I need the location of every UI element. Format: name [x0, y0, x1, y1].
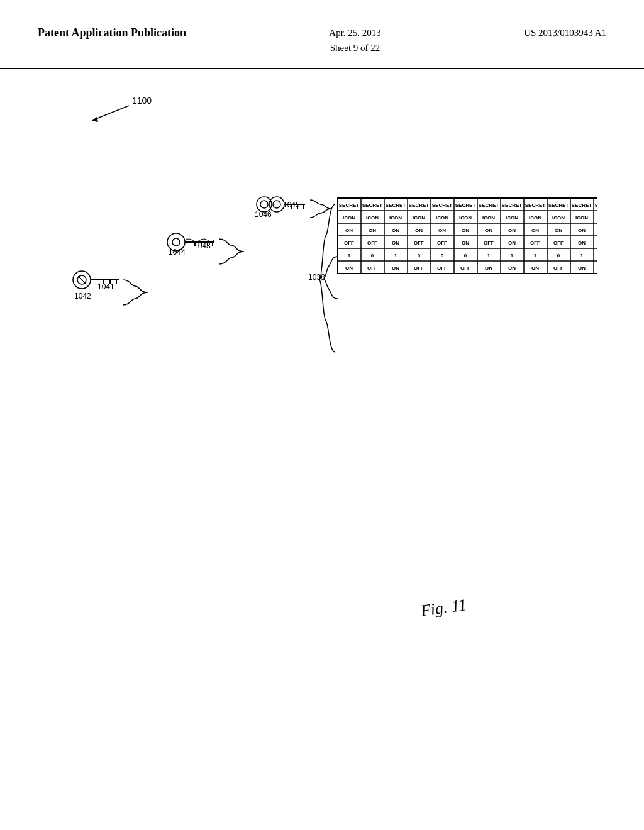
svg-text:OFF: OFF — [484, 240, 494, 246]
ref-1046-label: 1046 — [255, 210, 272, 219]
svg-text:ON: ON — [485, 265, 492, 271]
svg-text:OFF: OFF — [344, 240, 354, 246]
svg-text:ON: ON — [578, 240, 586, 246]
svg-text:OFF: OFF — [437, 240, 447, 246]
svg-text:ON: ON — [555, 228, 562, 233]
brace-1043 — [219, 239, 244, 264]
svg-text:SECRET: SECRET — [455, 202, 476, 208]
svg-text:ON: ON — [415, 228, 423, 233]
svg-text:ON: ON — [578, 265, 586, 271]
svg-text:ICON: ICON — [343, 215, 355, 221]
svg-rect-159 — [594, 211, 597, 223]
svg-text:ON: ON — [531, 228, 539, 233]
svg-text:0: 0 — [418, 253, 421, 258]
page-header: Patent Application Publication Apr. 25, … — [0, 0, 644, 69]
svg-text:OFF: OFF — [367, 240, 377, 246]
svg-text:ON: ON — [345, 265, 353, 271]
svg-text:ON: ON — [392, 240, 399, 246]
svg-rect-167 — [594, 261, 597, 274]
svg-text:1: 1 — [348, 253, 351, 258]
svg-point-10 — [172, 238, 180, 246]
svg-text:SECRET: SECRET — [572, 202, 592, 208]
brace-1041 — [123, 280, 148, 305]
svg-text:ON: ON — [392, 228, 399, 233]
svg-text:ON: ON — [438, 228, 446, 233]
ref-1041-label: 1041 — [97, 282, 114, 291]
svg-text:0: 0 — [441, 253, 444, 258]
publication-title: Patent Application Publication — [38, 25, 186, 41]
svg-line-0 — [94, 106, 129, 119]
svg-text:SECRET: SECRET — [409, 202, 430, 208]
svg-text:ON: ON — [508, 240, 516, 246]
svg-text:SECRET: SECRET — [502, 202, 523, 208]
svg-text:ICON: ICON — [366, 215, 379, 221]
ref-1044-label: 1044 — [169, 248, 186, 257]
svg-rect-161 — [594, 223, 597, 236]
svg-text:ON: ON — [508, 265, 516, 271]
svg-text:ICON: ICON — [413, 215, 425, 221]
svg-marker-1 — [92, 117, 98, 122]
svg-text:ICON: ICON — [552, 215, 565, 221]
svg-text:ICON: ICON — [389, 215, 402, 221]
brace-1038 — [324, 257, 338, 299]
svg-text:SECRET: SECRET — [362, 202, 383, 208]
svg-text:1: 1 — [487, 253, 491, 258]
svg-text:OFF: OFF — [414, 265, 424, 271]
svg-text:ON: ON — [392, 265, 399, 271]
svg-text:OFF: OFF — [530, 240, 540, 246]
svg-text:ON: ON — [531, 265, 539, 271]
svg-text:ON: ON — [345, 228, 353, 233]
svg-text:OFF: OFF — [553, 265, 564, 271]
svg-rect-163 — [594, 236, 597, 248]
svg-text:0: 0 — [371, 253, 374, 258]
svg-text:1: 1 — [534, 253, 537, 258]
svg-text:ON: ON — [462, 240, 469, 246]
svg-text:OFF: OFF — [367, 265, 377, 271]
patent-number: US 2013/0103943 A1 — [524, 25, 606, 40]
svg-text:OFF: OFF — [437, 265, 447, 271]
svg-text:SECRET: SECRET — [548, 202, 569, 208]
svg-text:SECRET: SECRET — [432, 202, 453, 208]
svg-text:0: 0 — [557, 253, 560, 258]
svg-text:1: 1 — [394, 253, 397, 258]
svg-text:OFF: OFF — [460, 265, 470, 271]
svg-text:ON: ON — [578, 228, 586, 233]
ref-1100-label: 1100 — [132, 96, 152, 106]
svg-text:ON: ON — [508, 228, 516, 233]
svg-text:0: 0 — [464, 253, 467, 258]
ref-1045-label: 1045 — [283, 201, 300, 209]
ref-1043-label: 1043 — [194, 241, 211, 250]
svg-text:ON: ON — [462, 228, 469, 233]
svg-text:ICON: ICON — [459, 215, 472, 221]
svg-rect-165 — [594, 248, 597, 261]
ref-1038-label: 1038 — [308, 273, 325, 282]
fig-11-label: Fig. 11 — [419, 595, 468, 620]
svg-point-19 — [273, 201, 280, 208]
svg-text:ICON: ICON — [575, 215, 588, 221]
svg-text:ICON: ICON — [436, 215, 448, 221]
svg-text:ON: ON — [369, 228, 376, 233]
svg-point-17 — [260, 201, 268, 208]
table-grid: SECRET ICON ON OFF 1 ON SECRET ICON ON O… — [338, 198, 597, 274]
svg-text:ICON: ICON — [529, 215, 541, 221]
svg-text:SECRET: SECRET — [386, 202, 406, 208]
svg-text:ON: ON — [485, 228, 492, 233]
svg-text:SECRET: SECRET — [595, 202, 597, 208]
svg-text:SECRET: SECRET — [479, 202, 499, 208]
ref-1042-label: 1042 — [74, 292, 91, 301]
brace-1045 — [310, 200, 331, 218]
svg-text:SECRET: SECRET — [525, 202, 546, 208]
svg-text:1: 1 — [580, 253, 584, 258]
svg-text:SECRET: SECRET — [339, 202, 360, 208]
figure-11-diagram: 1100 1042 1041 1044 1043 — [31, 69, 597, 761]
svg-text:OFF: OFF — [553, 240, 564, 246]
svg-text:1: 1 — [511, 253, 514, 258]
sheet-info: Apr. 25, 2013 Sheet 9 of 22 — [329, 25, 381, 55]
svg-text:ICON: ICON — [506, 215, 518, 221]
svg-text:OFF: OFF — [414, 240, 424, 246]
svg-text:ICON: ICON — [482, 215, 495, 221]
svg-line-8 — [78, 276, 86, 284]
